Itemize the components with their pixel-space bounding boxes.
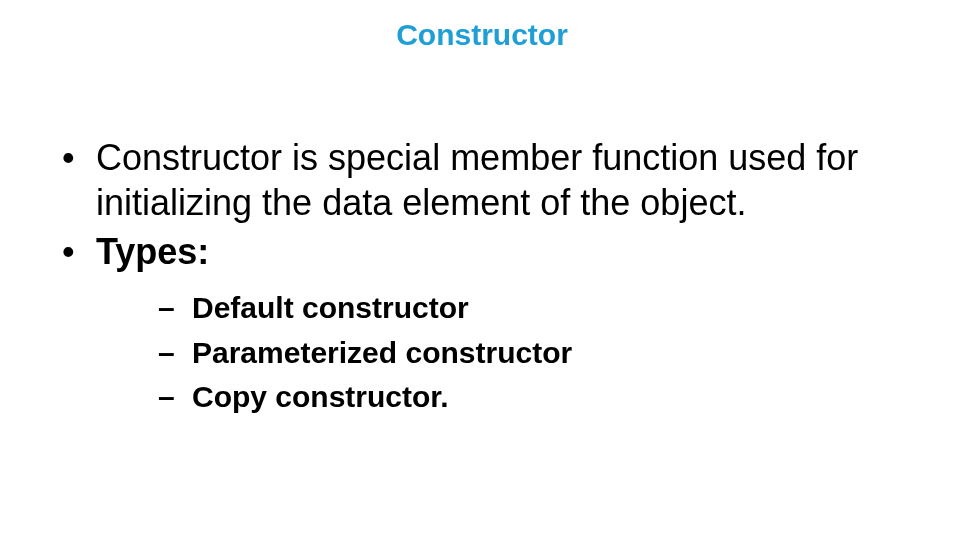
slide: Constructor Constructor is special membe… [0, 0, 964, 539]
slide-title: Constructor [0, 18, 964, 52]
bullet-text: Constructor is special member function u… [96, 137, 858, 223]
sub-bullet-item: Copy constructor. [96, 377, 924, 418]
sub-bullet-text: Parameterized constructor [192, 336, 572, 369]
bullet-list-level1: Constructor is special member function u… [40, 135, 924, 418]
sub-bullet-item: Default constructor [96, 288, 924, 329]
sub-bullet-text: Copy constructor. [192, 380, 449, 413]
sub-bullet-text: Default constructor [192, 291, 469, 324]
bullet-item: Constructor is special member function u… [40, 135, 924, 225]
bullet-text: Types: [96, 231, 209, 272]
bullet-list-level2: Default constructor Parameterized constr… [96, 288, 924, 418]
sub-bullet-item: Parameterized constructor [96, 333, 924, 374]
bullet-item: Types: Default constructor Parameterized… [40, 229, 924, 418]
slide-body: Constructor is special member function u… [40, 135, 924, 422]
